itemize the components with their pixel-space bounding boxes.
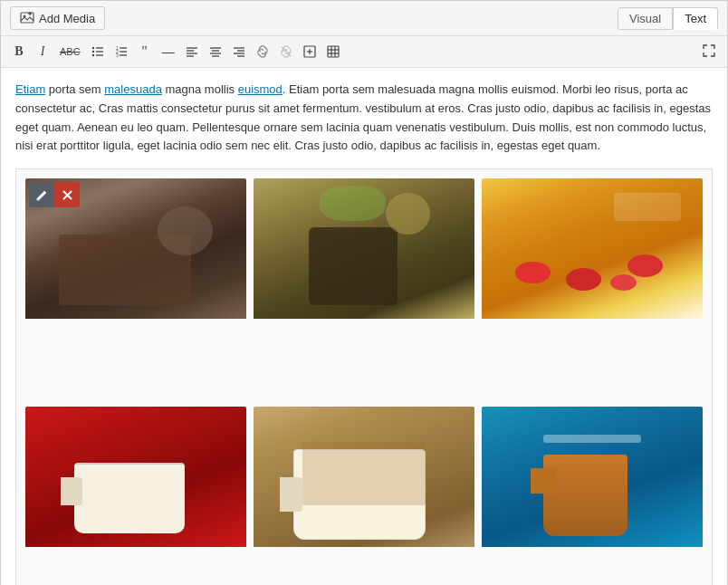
align-center-button[interactable] [205, 41, 226, 62]
insert-icon [303, 45, 316, 58]
link-euismod[interactable]: euismod [238, 82, 283, 96]
add-media-label: Add Media [39, 12, 95, 25]
link-icon [256, 45, 269, 58]
insert-button[interactable] [299, 41, 321, 62]
unordered-list-button[interactable] [87, 41, 109, 62]
svg-text:3: 3 [116, 53, 119, 58]
table-icon [327, 45, 340, 58]
svg-rect-32 [328, 46, 339, 57]
link-malesuada[interactable]: malesuada [104, 82, 162, 96]
top-bar: Add Media Visual Text [1, 1, 727, 36]
svg-point-6 [91, 51, 93, 53]
bold-button[interactable]: B [8, 41, 30, 62]
add-media-button[interactable]: Add Media [10, 6, 105, 30]
align-right-button[interactable] [228, 41, 250, 62]
gallery-item-1[interactable] [25, 178, 246, 399]
gallery-item-5[interactable] [254, 407, 474, 585]
italic-button[interactable]: I [32, 41, 53, 62]
align-center-icon [209, 45, 222, 58]
svg-point-8 [91, 54, 93, 56]
hr-button[interactable]: — [158, 41, 179, 62]
editor-wrapper: Add Media Visual Text B I ABC 123 " — [0, 0, 728, 585]
gallery-remove-button[interactable] [54, 182, 80, 207]
close-icon [62, 190, 72, 200]
fullscreen-icon [703, 44, 715, 57]
gallery-item-3[interactable] [482, 178, 703, 399]
pencil-icon [36, 189, 48, 201]
add-media-icon [20, 11, 34, 25]
toolbar: B I ABC 123 " — [1, 36, 727, 68]
align-left-button[interactable] [181, 41, 203, 62]
table-button[interactable] [322, 41, 344, 62]
gallery-grid [25, 178, 703, 585]
tab-visual[interactable]: Visual [618, 7, 673, 30]
ol-icon: 123 [115, 45, 128, 58]
ul-icon [91, 45, 104, 58]
unlink-button[interactable] [275, 41, 297, 62]
align-right-icon [233, 45, 245, 58]
tab-text[interactable]: Text [673, 7, 718, 30]
gallery[interactable] [15, 168, 713, 585]
paragraph-1: Etiam porta sem malesuada magna mollis e… [15, 81, 713, 156]
svg-point-4 [91, 47, 93, 49]
link-etiam[interactable]: Etiam [15, 82, 45, 96]
link-button[interactable] [252, 41, 273, 62]
align-left-icon [186, 45, 198, 58]
gallery-item-6[interactable] [482, 407, 703, 585]
gallery-edit-button[interactable] [29, 182, 54, 207]
editor-content[interactable]: Etiam porta sem malesuada magna mollis e… [1, 68, 727, 585]
unlink-icon [280, 45, 292, 58]
view-tabs: Visual Text [618, 7, 718, 30]
strikethrough-button[interactable]: ABC [55, 41, 85, 62]
ordered-list-button[interactable]: 123 [110, 41, 132, 62]
gallery-item-2[interactable] [254, 178, 474, 399]
fullscreen-button[interactable] [698, 42, 720, 62]
gallery-controls [29, 182, 80, 207]
gallery-item-4[interactable] [25, 407, 246, 585]
blockquote-button[interactable]: " [134, 41, 156, 62]
